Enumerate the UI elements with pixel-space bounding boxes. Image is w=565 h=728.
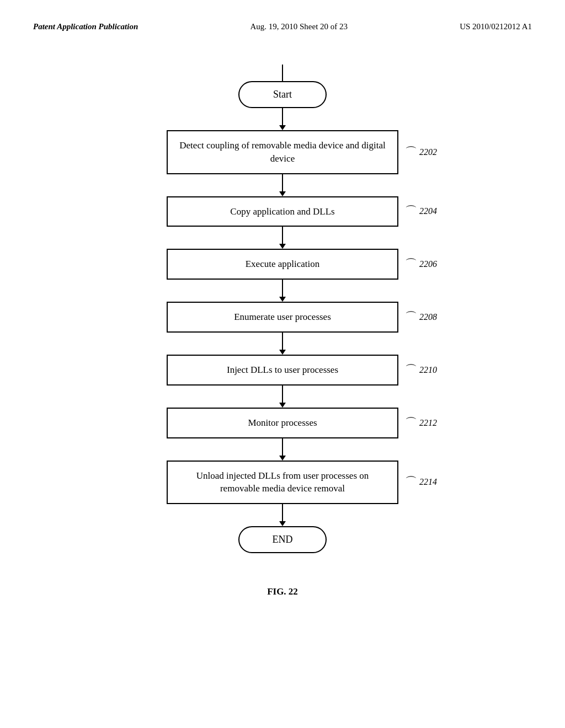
step-2202-text: Detect coupling of removable media devic… [179, 140, 385, 164]
step-2204-label: ⌒ 2204 [405, 205, 437, 217]
page: Patent Application Publication Aug. 19, … [0, 0, 565, 728]
top-connector-line [282, 65, 283, 81]
arrow-line [282, 280, 283, 297]
step-2208-label: ⌒ 2208 [405, 311, 437, 323]
flowchart: Start Detect coupling of removable media… [33, 59, 532, 553]
arrow-head [279, 125, 286, 130]
step-2202-label: ⌒ 2202 [405, 146, 437, 158]
arrow-line [282, 438, 283, 456]
bracket-2202: ⌒ [405, 146, 417, 158]
arrow-head [279, 456, 286, 461]
step-2210-wrapper: Inject DLLs to user processes ⌒ 2210 [167, 355, 398, 386]
start-label: Start [273, 89, 292, 100]
bracket-2206: ⌒ [405, 258, 417, 270]
patent-number-label: US 2010/0212012 A1 [460, 22, 532, 31]
arrow-head [279, 403, 286, 408]
step-2204-id: 2204 [419, 206, 437, 216]
arrow-6 [279, 386, 286, 408]
bracket-2208: ⌒ [405, 311, 417, 323]
step-2204-box: Copy application and DLLs [167, 196, 398, 227]
arrow-5 [279, 333, 286, 355]
step-2202-id: 2202 [419, 147, 437, 157]
arrow-line [282, 386, 283, 403]
start-oval: Start [238, 81, 327, 108]
step-2210-text: Inject DLLs to user processes [227, 365, 338, 375]
arrow-7 [279, 438, 286, 461]
figure-caption-text: FIG. 22 [267, 586, 298, 597]
step-2210-id: 2210 [419, 365, 437, 375]
arrow-head [279, 191, 286, 196]
arrow-head [279, 350, 286, 355]
step-2214-id: 2214 [419, 477, 437, 487]
arrow-line [282, 227, 283, 244]
step-2204-wrapper: Copy application and DLLs ⌒ 2204 [167, 196, 398, 227]
arrow-1 [279, 108, 286, 130]
arrow-line [282, 333, 283, 350]
step-2214-label: ⌒ 2214 [405, 476, 437, 488]
step-2212-wrapper: Monitor processes ⌒ 2212 [167, 408, 398, 438]
bracket-2210: ⌒ [405, 364, 417, 376]
step-2208-box: Enumerate user processes [167, 302, 398, 333]
arrow-4 [279, 280, 286, 302]
step-2202-box: Detect coupling of removable media devic… [167, 130, 398, 174]
step-2206-text: Execute application [246, 259, 320, 269]
arrow-8 [279, 504, 286, 526]
end-label: END [273, 534, 293, 545]
step-2208-id: 2208 [419, 312, 437, 322]
step-2206-wrapper: Execute application ⌒ 2206 [167, 249, 398, 280]
step-2214-text: Unload injected DLLs from user processes… [196, 470, 369, 494]
arrow-head [279, 297, 286, 302]
step-2208-text: Enumerate user processes [234, 312, 331, 322]
step-2208-wrapper: Enumerate user processes ⌒ 2208 [167, 302, 398, 333]
arrow-line [282, 108, 283, 125]
step-2206-label: ⌒ 2206 [405, 258, 437, 270]
bracket-2212: ⌒ [405, 417, 417, 429]
bracket-2204: ⌒ [405, 205, 417, 217]
step-2210-label: ⌒ 2210 [405, 364, 437, 376]
arrow-line [282, 504, 283, 521]
step-2214-wrapper: Unload injected DLLs from user processes… [167, 461, 398, 505]
step-2206-id: 2206 [419, 259, 437, 269]
page-header: Patent Application Publication Aug. 19, … [33, 22, 532, 31]
arrow-3 [279, 227, 286, 249]
bracket-2214: ⌒ [405, 476, 417, 488]
publication-label: Patent Application Publication [33, 22, 138, 31]
step-2210-box: Inject DLLs to user processes [167, 355, 398, 386]
arrow-line [282, 174, 283, 191]
step-2212-box: Monitor processes [167, 408, 398, 438]
arrow-2 [279, 174, 286, 196]
step-2214-box: Unload injected DLLs from user processes… [167, 461, 398, 505]
step-2212-text: Monitor processes [248, 417, 317, 428]
step-2212-id: 2212 [419, 418, 437, 428]
end-oval: END [238, 526, 327, 553]
arrow-head [279, 244, 286, 249]
step-2204-text: Copy application and DLLs [230, 206, 334, 217]
step-2212-label: ⌒ 2212 [405, 417, 437, 429]
step-2202-wrapper: Detect coupling of removable media devic… [167, 130, 398, 174]
step-2206-box: Execute application [167, 249, 398, 280]
arrow-head [279, 521, 286, 526]
figure-caption: FIG. 22 [33, 586, 532, 597]
date-sheet-label: Aug. 19, 2010 Sheet 20 of 23 [250, 22, 348, 31]
